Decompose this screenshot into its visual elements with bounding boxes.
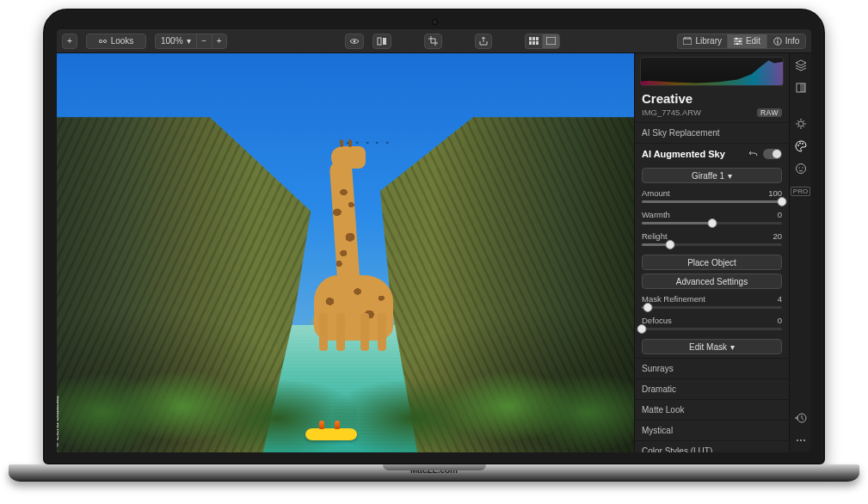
svg-point-14 <box>739 40 742 43</box>
tool-dramatic[interactable]: Dramatic <box>635 378 789 399</box>
category-rail: PRO <box>789 53 811 452</box>
filename: IMG_7745.ARW <box>642 108 701 117</box>
zoom-level[interactable]: 100% ▾ <box>155 34 196 49</box>
tab-edit-label: Edit <box>746 36 760 46</box>
eye-icon <box>349 37 360 46</box>
tool-sunrays[interactable]: Sunrays <box>635 358 789 378</box>
zoom-segment: 100% ▾ − + <box>155 34 227 49</box>
crop-button[interactable] <box>424 34 442 49</box>
tool-ai-augmented-sky-header[interactable]: AI Augmented Sky <box>635 143 789 164</box>
svg-rect-11 <box>546 37 556 45</box>
library-icon <box>683 37 692 45</box>
svg-rect-12 <box>683 39 692 45</box>
layers-icon[interactable] <box>794 58 808 72</box>
preset-dropdown[interactable]: Giraffe 1 ▾ <box>642 168 782 183</box>
looks-label: Looks <box>111 36 134 46</box>
image-attribution: © Elena Bautista <box>57 396 60 447</box>
tool-mystical[interactable]: Mystical <box>635 420 789 440</box>
slider-amount[interactable]: Amount100 <box>635 187 789 208</box>
tab-info[interactable]: Info <box>766 34 806 49</box>
zoom-in-button[interactable]: + <box>212 34 227 49</box>
slider-mask-refinement[interactable]: Mask Refinement4 <box>635 292 789 314</box>
adjust-icon[interactable] <box>794 81 808 95</box>
svg-point-17 <box>777 39 779 40</box>
svg-point-0 <box>99 40 102 42</box>
compare-button[interactable] <box>372 34 391 49</box>
tab-library[interactable]: Library <box>677 34 727 49</box>
quick-preview-button[interactable] <box>345 34 364 49</box>
tool-toggle[interactable] <box>763 149 782 159</box>
svg-rect-5 <box>529 37 532 40</box>
svg-point-31 <box>803 439 804 441</box>
slider-relight[interactable]: Relight20 <box>635 230 789 251</box>
history-icon[interactable] <box>794 411 808 425</box>
panel-title: Creative <box>635 88 789 106</box>
chevron-down-icon: ▾ <box>728 171 732 181</box>
single-view-button[interactable] <box>542 34 560 49</box>
undo-icon[interactable] <box>748 150 758 158</box>
preset-label: Giraffe 1 <box>692 171 724 181</box>
svg-rect-4 <box>383 38 386 45</box>
zoom-label: 100% <box>161 36 183 46</box>
camera-dot <box>433 20 437 24</box>
histogram[interactable] <box>640 57 784 86</box>
more-icon[interactable] <box>794 433 808 447</box>
creative-palette-icon[interactable] <box>794 139 808 153</box>
svg-rect-8 <box>529 41 532 45</box>
portrait-face-icon[interactable] <box>794 162 808 175</box>
pro-badge[interactable]: PRO <box>794 184 808 198</box>
edit-mask-label: Edit Mask <box>689 342 727 352</box>
slider-label: Defocus <box>642 316 672 325</box>
slider-label: Mask Refinement <box>642 294 705 304</box>
tab-edit[interactable]: Edit <box>727 34 766 49</box>
looks-button[interactable]: Looks <box>86 34 146 49</box>
svg-point-24 <box>802 143 803 144</box>
svg-rect-18 <box>777 40 778 43</box>
chevron-down-icon: ▾ <box>187 36 191 46</box>
share-icon <box>479 36 488 46</box>
minus-icon: − <box>201 36 206 46</box>
svg-point-1 <box>103 40 106 42</box>
edit-mask-button[interactable]: Edit Mask ▾ <box>642 339 782 354</box>
grid-icon <box>529 37 539 45</box>
foliage-right <box>334 341 634 452</box>
slider-value: 4 <box>778 294 782 304</box>
svg-rect-10 <box>536 41 539 45</box>
svg-point-21 <box>798 121 803 126</box>
device-brand: MacZL.com <box>9 465 859 475</box>
svg-point-13 <box>736 38 738 40</box>
app-window: + Looks 100% ▾ − + <box>57 29 811 452</box>
svg-rect-9 <box>532 41 535 45</box>
giraffe <box>293 134 414 341</box>
share-button[interactable] <box>475 34 492 49</box>
tool-ai-sky-replacement[interactable]: AI Sky Replacement <box>635 122 789 143</box>
essentials-sun-icon[interactable] <box>794 117 808 131</box>
svg-point-23 <box>799 143 801 144</box>
pro-label: PRO <box>791 187 810 196</box>
raw-badge: RAW <box>757 108 782 117</box>
canvas[interactable]: ˅ ˅ ˅ ˅ ˅ © Elena Bautista <box>57 53 634 452</box>
tool-matte-look[interactable]: Matte Look <box>635 399 789 420</box>
zoom-out-button[interactable]: − <box>196 34 212 49</box>
slider-warmth[interactable]: Warmth0 <box>635 208 789 230</box>
tab-info-label: Info <box>785 36 800 46</box>
plus-icon: + <box>217 36 222 46</box>
svg-rect-7 <box>536 37 539 40</box>
svg-point-30 <box>799 439 801 441</box>
add-button[interactable]: + <box>62 34 77 49</box>
single-icon <box>546 37 556 45</box>
svg-rect-20 <box>800 83 805 92</box>
slider-label: Amount <box>642 188 670 198</box>
svg-point-2 <box>353 40 355 42</box>
grid-view-button[interactable] <box>525 34 542 49</box>
slider-defocus[interactable]: Defocus0 <box>635 314 789 335</box>
slider-value: 20 <box>773 231 782 241</box>
crop-icon <box>428 36 438 46</box>
svg-point-29 <box>796 439 797 441</box>
advanced-settings-button[interactable]: Advanced Settings <box>642 274 782 289</box>
view-mode-segment <box>525 34 560 49</box>
tool-color-styles-lut[interactable]: Color Styles (LUT) <box>635 440 789 452</box>
sliders-icon <box>734 37 742 45</box>
place-object-button[interactable]: Place Object <box>642 255 782 270</box>
svg-point-15 <box>736 43 739 45</box>
